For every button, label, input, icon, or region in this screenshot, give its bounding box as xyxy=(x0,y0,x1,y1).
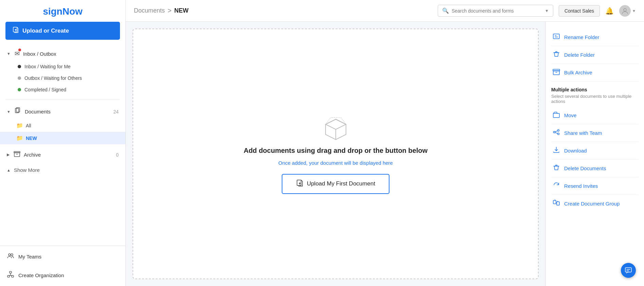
inbox-icon: ✉ xyxy=(15,50,20,57)
svg-rect-24 xyxy=(553,113,559,118)
svg-rect-21 xyxy=(553,71,559,75)
rename-folder-label: Rename Folder xyxy=(564,34,599,40)
inbox-waiting-label: Inbox / Waiting for Me xyxy=(24,64,71,69)
delete-folder-label: Delete Folder xyxy=(564,52,595,58)
contact-sales-button[interactable]: Contact Sales xyxy=(559,5,600,17)
delete-docs-action[interactable]: Delete Documents xyxy=(551,160,639,177)
avatar[interactable] xyxy=(619,5,631,17)
svg-rect-4 xyxy=(14,151,20,153)
rename-folder-action[interactable]: Rename Folder xyxy=(551,29,639,46)
completed-signed-item[interactable]: Completed / Signed xyxy=(0,84,125,95)
notification-icon[interactable]: 🔔 xyxy=(605,7,614,15)
documents-section: ▼ Documents 24 📁 All 📁 NEW xyxy=(0,103,125,146)
folder-new-label: NEW xyxy=(26,136,37,141)
logo-area: signNow xyxy=(0,0,125,22)
docs-chevron-icon: ▼ xyxy=(7,110,11,114)
search-input[interactable] xyxy=(452,8,542,14)
logo-text-bold: Now xyxy=(63,6,83,17)
breadcrumb: Documents > NEW xyxy=(134,7,189,15)
delete-folder-action[interactable]: Delete Folder xyxy=(551,46,639,64)
svg-rect-19 xyxy=(297,180,301,185)
my-teams-item[interactable]: My Teams xyxy=(0,247,125,266)
archive-chevron-icon: ▶ xyxy=(7,153,10,157)
right-panel: Rename Folder Delete Folder xyxy=(545,22,644,286)
show-more-item[interactable]: ▲ Show More xyxy=(0,164,125,176)
svg-point-25 xyxy=(554,131,555,133)
inbox-waiting-item[interactable]: Inbox / Waiting for Me xyxy=(0,61,125,72)
upload-first-document-label: Upload My First Document xyxy=(307,180,375,187)
teams-icon xyxy=(7,252,14,261)
folder-all-label: All xyxy=(26,123,31,128)
upload-create-button[interactable]: Upload or Create xyxy=(5,22,120,40)
folder-all-item[interactable]: 📁 All xyxy=(0,119,125,132)
dropzone[interactable]: Add documents using drag and drop or the… xyxy=(133,29,539,279)
delete-docs-icon xyxy=(553,164,560,173)
delete-docs-label: Delete Documents xyxy=(564,165,606,171)
multiple-actions-desc: Select several documents to use multiple… xyxy=(551,94,639,104)
inbox-dot-icon xyxy=(18,65,21,68)
move-action[interactable]: Move xyxy=(551,107,639,124)
resend-invites-action[interactable]: Resend Invites xyxy=(551,177,639,195)
svg-point-13 xyxy=(624,8,626,11)
folder-new-icon: 📁 xyxy=(16,135,23,141)
folder-all-icon: 📁 xyxy=(16,122,23,129)
download-label: Download xyxy=(564,148,587,154)
main-area: Documents > NEW 🔍 ▼ Contact Sales 🔔 ▼ xyxy=(126,0,644,286)
avatar-dropdown-icon[interactable]: ▼ xyxy=(632,9,636,13)
archive-icon xyxy=(14,150,20,159)
svg-rect-3 xyxy=(14,153,20,157)
svg-rect-31 xyxy=(557,202,559,205)
resend-invites-label: Resend Invites xyxy=(564,183,598,189)
archive-section: ▶ Archive 0 xyxy=(0,146,125,164)
svg-rect-32 xyxy=(625,268,631,272)
download-action[interactable]: Download xyxy=(551,142,639,160)
content-area: Add documents using drag and drop or the… xyxy=(126,22,644,286)
dropzone-icon-area xyxy=(320,114,351,141)
sidebar: signNow Upload or Create ▼ ✉ Inbox / Out… xyxy=(0,0,126,286)
create-org-icon xyxy=(7,271,14,280)
document-panel: Add documents using drag and drop or the… xyxy=(126,22,545,286)
download-icon xyxy=(553,146,560,155)
archive-group[interactable]: ▶ Archive 0 xyxy=(0,147,125,162)
chat-bubble[interactable] xyxy=(621,263,636,278)
share-team-label: Share with Team xyxy=(564,130,602,136)
header: Documents > NEW 🔍 ▼ Contact Sales 🔔 ▼ xyxy=(126,0,644,22)
inbox-outbox-section: ▼ ✉ Inbox / Outbox Inbox / Waiting for M… xyxy=(0,45,125,97)
dropzone-title: Add documents using drag and drop or the… xyxy=(244,147,428,155)
show-more-label: Show More xyxy=(14,167,40,173)
documents-group[interactable]: ▼ Documents 24 xyxy=(0,104,125,119)
search-dropdown-icon[interactable]: ▼ xyxy=(545,8,549,13)
inbox-chevron-icon: ▼ xyxy=(7,52,11,56)
completed-dot-icon xyxy=(18,88,21,91)
documents-label: Documents xyxy=(25,109,51,114)
inbox-outbox-group[interactable]: ▼ ✉ Inbox / Outbox xyxy=(0,47,125,61)
archive-label: Archive xyxy=(24,152,41,158)
search-box[interactable]: 🔍 ▼ xyxy=(438,5,553,17)
search-icon: 🔍 xyxy=(442,7,449,14)
outbox-waiting-label: Outbox / Waiting for Others xyxy=(24,75,82,81)
upload-icon xyxy=(12,26,19,35)
bulk-archive-label: Bulk Archive xyxy=(564,70,592,75)
upload-create-label: Upload or Create xyxy=(22,28,69,34)
box-3d-icon xyxy=(320,114,351,141)
folder-new-item[interactable]: 📁 NEW xyxy=(0,132,125,144)
create-org-item[interactable]: Create Organization xyxy=(0,266,125,285)
svg-point-7 xyxy=(11,254,13,256)
my-teams-label: My Teams xyxy=(18,254,41,260)
svg-point-27 xyxy=(558,133,559,135)
create-doc-group-action[interactable]: Create Document Group xyxy=(551,195,639,212)
breadcrumb-current: NEW xyxy=(174,7,189,14)
outbox-waiting-item[interactable]: Outbox / Waiting for Others xyxy=(0,72,125,84)
inbox-outbox-label: Inbox / Outbox xyxy=(23,51,56,57)
upload-first-document-button[interactable]: Upload My First Document xyxy=(282,174,389,194)
bulk-archive-action[interactable]: Bulk Archive xyxy=(551,64,639,82)
svg-line-29 xyxy=(555,132,558,133)
svg-rect-30 xyxy=(553,200,556,204)
move-icon xyxy=(553,111,560,120)
completed-label: Completed / Signed xyxy=(24,87,66,92)
svg-rect-8 xyxy=(10,271,12,273)
logo-text-normal: sign xyxy=(43,6,63,17)
share-team-action[interactable]: Share with Team xyxy=(551,124,639,142)
svg-point-26 xyxy=(558,130,559,131)
show-more-chevron-icon: ▲ xyxy=(7,168,11,172)
